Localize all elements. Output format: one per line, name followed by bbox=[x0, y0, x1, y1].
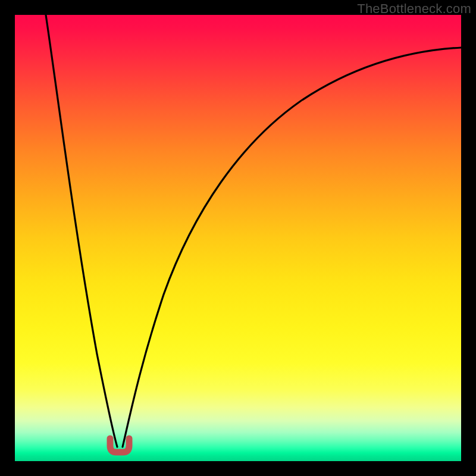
left-branch-curve bbox=[46, 15, 117, 447]
curve-layer bbox=[15, 15, 461, 461]
watermark-text: TheBottleneck.com bbox=[357, 1, 471, 17]
gradient-plot-area bbox=[15, 15, 461, 461]
bottleneck-marker bbox=[110, 439, 129, 452]
right-branch-curve bbox=[123, 48, 461, 447]
